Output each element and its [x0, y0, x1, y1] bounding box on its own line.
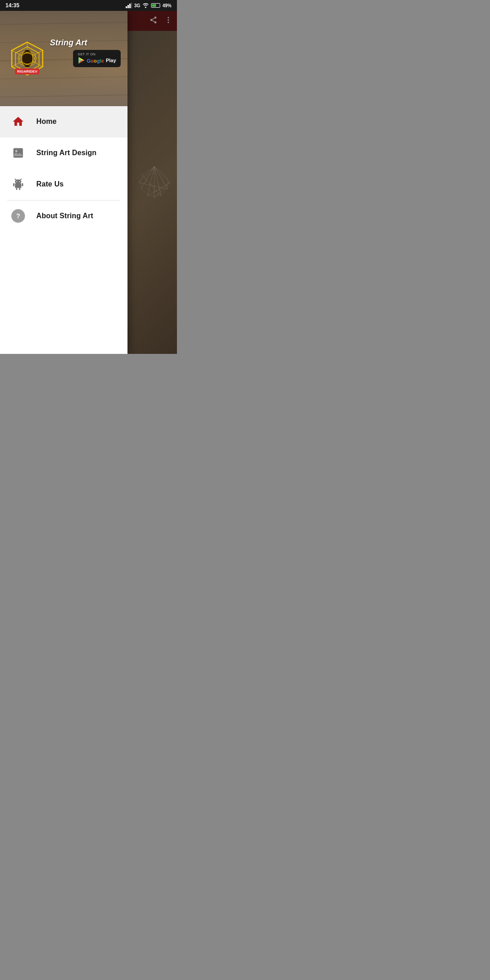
- drawer-header: RigariDev String Art GET IT ON: [0, 11, 127, 106]
- about-label: About String Art: [36, 212, 93, 220]
- svg-rect-44: [14, 148, 23, 158]
- menu-item-rate-us[interactable]: Rate Us: [0, 169, 127, 200]
- svg-line-50: [15, 179, 16, 180]
- about-icon: ?: [11, 209, 25, 223]
- svg-rect-2: [129, 4, 131, 8]
- wifi-icon: [142, 3, 149, 8]
- google-text: Google: [87, 56, 104, 64]
- battery-percent: 49%: [162, 3, 172, 8]
- play-store-row: Google Play: [78, 56, 116, 64]
- menu-item-string-art-design[interactable]: String Art Design: [0, 137, 127, 169]
- android-svg: [12, 178, 24, 191]
- svg-point-36: [22, 49, 33, 68]
- menu-item-home[interactable]: Home: [0, 106, 127, 137]
- play-store-icon: [78, 57, 85, 64]
- svg-rect-0: [126, 6, 127, 8]
- logo-area: RigariDev: [9, 40, 45, 77]
- get-it-on-text: GET IT ON: [78, 53, 95, 56]
- svg-line-29: [0, 77, 127, 79]
- hex-logo: RigariDev: [9, 40, 45, 77]
- drawer-dim-overlay[interactable]: [127, 11, 177, 354]
- network-type: 3G: [134, 3, 140, 8]
- status-icons: 3G 49%: [126, 3, 172, 8]
- svg-rect-3: [131, 3, 132, 8]
- rate-us-label: Rate Us: [36, 180, 64, 188]
- app-title: String Art: [50, 38, 87, 48]
- drawer-menu: Home String Art Design: [0, 106, 127, 354]
- android-icon: [11, 177, 25, 191]
- navigation-drawer: RigariDev String Art GET IT ON: [0, 11, 127, 354]
- home-svg: [12, 115, 24, 128]
- image-svg: [12, 147, 24, 159]
- svg-point-4: [145, 7, 146, 8]
- svg-point-48: [16, 181, 17, 182]
- svg-point-45: [15, 150, 18, 152]
- svg-point-49: [19, 181, 20, 182]
- play-text: Play: [106, 58, 116, 63]
- string-art-design-label: String Art Design: [36, 149, 97, 157]
- question-mark-icon: ?: [11, 209, 25, 223]
- google-play-badge[interactable]: GET IT ON Google Play: [73, 50, 121, 67]
- brand-badge: RigariDev: [15, 69, 39, 74]
- svg-line-51: [20, 179, 21, 180]
- time-display: 14:35: [5, 2, 20, 9]
- home-label: Home: [36, 118, 57, 126]
- status-bar: 14:35 3G 49%: [0, 0, 177, 11]
- signal-icon: [126, 3, 132, 8]
- svg-rect-55: [19, 188, 20, 190]
- image-icon: [11, 146, 25, 160]
- svg-rect-53: [22, 183, 23, 186]
- svg-rect-46: [15, 183, 21, 188]
- menu-item-about[interactable]: ? About String Art: [0, 201, 127, 232]
- svg-rect-52: [13, 183, 15, 186]
- svg-line-30: [0, 95, 127, 97]
- svg-rect-54: [16, 188, 17, 190]
- svg-rect-1: [127, 5, 129, 8]
- svg-line-26: [0, 22, 127, 24]
- home-icon: [11, 114, 25, 129]
- main-container: Dev: [0, 11, 177, 354]
- battery-icon: [151, 3, 160, 8]
